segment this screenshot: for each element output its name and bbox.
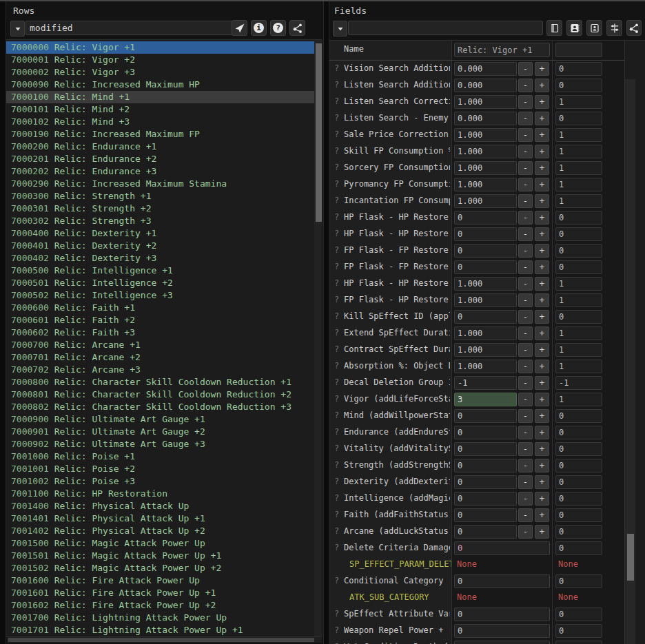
field-value-input[interactable]: 0 xyxy=(454,211,517,225)
increment-button[interactable]: + xyxy=(535,112,549,125)
rows-info-button[interactable]: i xyxy=(251,20,267,36)
increment-button[interactable]: + xyxy=(535,145,549,158)
fields-flow-button[interactable] xyxy=(626,20,642,36)
increment-button[interactable]: + xyxy=(535,79,549,92)
field-value-input[interactable]: 1.000 xyxy=(454,128,517,142)
field-help-icon[interactable]: ? xyxy=(334,444,339,453)
list-item[interactable]: 7000201 Relic: Endurance +2 xyxy=(6,153,322,165)
field-aux-input[interactable]: 0 xyxy=(555,227,602,241)
list-item[interactable]: 7001402 Relic: Physical Attack Up +2 xyxy=(6,525,322,537)
decrement-button[interactable]: - xyxy=(518,128,533,142)
list-item[interactable]: 7000800 Relic: Character Skill Cooldown … xyxy=(6,376,322,388)
internal-names-button[interactable] xyxy=(586,20,602,36)
field-help-icon[interactable]: ? xyxy=(334,625,339,635)
field-value-input[interactable]: 0 xyxy=(454,442,517,456)
list-item[interactable]: 7000300 Relic: Strength +1 xyxy=(6,190,322,202)
increment-button[interactable]: + xyxy=(535,376,549,390)
field-help-icon[interactable]: ? xyxy=(334,129,339,139)
decrement-button[interactable]: - xyxy=(518,211,533,225)
decrement-button[interactable]: - xyxy=(518,260,533,274)
list-item[interactable]: 7000190 Relic: Increased Maximum FP xyxy=(6,128,322,141)
field-aux-input[interactable]: 0 xyxy=(555,244,602,258)
list-item[interactable]: 7000002 Relic: Vigor +3 xyxy=(6,66,322,79)
goto-selected-row-button[interactable] xyxy=(232,20,247,36)
field-help-icon[interactable]: ? xyxy=(334,229,339,238)
decrement-button[interactable]: - xyxy=(518,326,533,340)
field-help-icon[interactable]: ? xyxy=(334,196,339,205)
increment-button[interactable]: + xyxy=(535,178,549,191)
field-value-input[interactable]: -1 xyxy=(454,376,517,390)
list-item[interactable]: 7001700 Relic: Lightning Attack Power Up xyxy=(6,612,322,624)
field-aux-input[interactable]: 1 xyxy=(555,128,602,142)
field-aux-input[interactable]: 0 xyxy=(555,112,602,125)
list-item[interactable]: 7000202 Relic: Endurance +3 xyxy=(6,165,322,178)
field-value-input[interactable]: 0.000 xyxy=(454,62,517,76)
list-item[interactable]: 7001701 Relic: Lightning Attack Power Up… xyxy=(6,624,322,636)
field-help-icon[interactable]: ? xyxy=(334,328,339,337)
field-help-icon[interactable]: ? xyxy=(334,80,339,90)
decrement-button[interactable]: - xyxy=(518,442,533,456)
field-aux-input[interactable]: 1 xyxy=(555,95,602,109)
list-item[interactable]: 7000000 Relic: Vigor +1 xyxy=(6,41,322,54)
field-help-icon[interactable]: ? xyxy=(334,311,339,321)
increment-button[interactable]: + xyxy=(535,525,549,539)
decrement-button[interactable]: - xyxy=(518,277,533,291)
decrement-button[interactable]: - xyxy=(518,492,533,506)
list-item[interactable]: 7000600 Relic: Faith +1 xyxy=(6,302,322,314)
field-value-input[interactable]: 3 xyxy=(454,393,517,406)
decrement-button[interactable]: - xyxy=(518,360,533,373)
field-help-icon[interactable]: ? xyxy=(334,576,339,585)
field-help-icon[interactable]: ? xyxy=(334,113,339,123)
rows-horizontal-scrollbar-thumb[interactable] xyxy=(8,638,314,642)
field-aux-input[interactable]: 1 xyxy=(555,293,602,307)
field-filter-button[interactable] xyxy=(606,20,622,36)
field-value-input[interactable]: 0.000 xyxy=(454,112,517,125)
rows-horizontal-scrollbar[interactable] xyxy=(7,637,322,643)
field-help-icon[interactable]: ? xyxy=(334,377,339,387)
field-value-input[interactable]: 0 xyxy=(454,227,517,241)
enum-value[interactable]: None xyxy=(457,592,477,602)
increment-button[interactable]: + xyxy=(535,227,549,241)
field-help-icon[interactable]: ? xyxy=(334,411,339,420)
field-aux-input[interactable]: 0 xyxy=(555,310,602,324)
increment-button[interactable]: + xyxy=(535,343,549,357)
list-item[interactable]: 7000801 Relic: Character Skill Cooldown … xyxy=(6,388,322,401)
field-aux-input[interactable]: 0 xyxy=(555,442,602,456)
decrement-button[interactable]: - xyxy=(518,508,533,522)
decrement-button[interactable]: - xyxy=(518,393,533,406)
aux-column-header-input[interactable] xyxy=(555,43,602,57)
field-value-input[interactable]: 0 xyxy=(454,574,550,588)
field-help-icon[interactable]: ? xyxy=(334,262,339,271)
list-item[interactable]: 7000290 Relic: Increased Maximum Stamina xyxy=(6,178,322,190)
field-help-icon[interactable]: ? xyxy=(334,510,339,519)
increment-button[interactable]: + xyxy=(535,62,549,76)
field-help-icon[interactable]: ? xyxy=(334,212,339,222)
list-item[interactable]: 7001001 Relic: Poise +2 xyxy=(6,463,322,475)
field-aux-input[interactable]: 0 xyxy=(555,525,602,539)
field-help-icon[interactable]: ? xyxy=(334,245,339,255)
field-help-icon[interactable]: ? xyxy=(334,361,339,371)
list-item[interactable]: 7000402 Relic: Dexterity +3 xyxy=(6,252,322,264)
increment-button[interactable]: + xyxy=(535,244,549,258)
field-help-icon[interactable]: ? xyxy=(334,295,339,304)
field-aux-input[interactable]: 0 xyxy=(555,211,602,225)
increment-button[interactable]: + xyxy=(535,492,549,506)
field-help-icon[interactable]: ? xyxy=(334,460,339,470)
decrement-button[interactable]: - xyxy=(518,145,533,158)
decrement-button[interactable]: - xyxy=(518,310,533,324)
field-value-input[interactable]: 0 xyxy=(454,525,517,539)
field-help-icon[interactable]: ? xyxy=(334,146,339,156)
list-item[interactable]: 7001501 Relic: Magic Attack Power Up +1 xyxy=(6,550,322,562)
field-help-icon[interactable]: ? xyxy=(334,477,339,486)
decrement-button[interactable]: - xyxy=(518,376,533,390)
decrement-button[interactable]: - xyxy=(518,95,533,109)
field-aux-input[interactable]: 0 xyxy=(555,426,602,439)
field-aux-input[interactable]: 1 xyxy=(555,360,602,373)
list-item[interactable]: 7000602 Relic: Faith +3 xyxy=(6,326,322,339)
field-help-icon[interactable]: ? xyxy=(334,63,339,73)
field-value-input[interactable]: 1.000 xyxy=(454,293,517,307)
field-aux-input[interactable]: 1 xyxy=(555,178,602,191)
list-item[interactable]: 7000502 Relic: Intelligence +3 xyxy=(6,289,322,302)
list-item[interactable]: 7000702 Relic: Arcane +3 xyxy=(6,364,322,376)
field-help-icon[interactable]: ? xyxy=(334,609,339,619)
